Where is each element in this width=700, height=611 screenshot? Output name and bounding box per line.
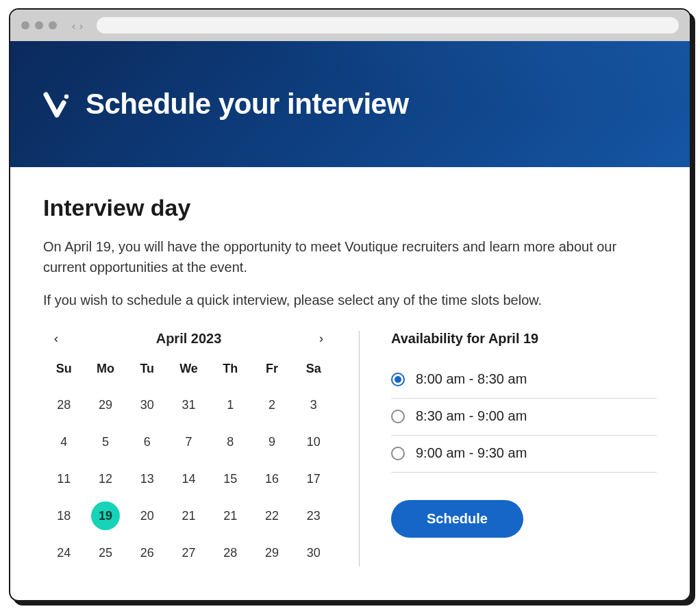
forward-icon[interactable]: › (79, 20, 83, 32)
svg-point-0 (64, 95, 68, 99)
radio-unselected-icon[interactable] (391, 447, 405, 460)
calendar-grid: SuMoTuWeThFrSa28293031123456789101112131… (43, 362, 334, 566)
availability-title: Availability for April 19 (391, 331, 657, 347)
calendar-day[interactable]: 23 (292, 502, 334, 529)
window-dot-close[interactable] (21, 21, 29, 29)
calendar-day[interactable]: 28 (43, 391, 85, 419)
calendar-day[interactable]: 29 (85, 391, 127, 419)
time-slot-option[interactable]: 9:00 am - 9:30 am (391, 436, 657, 473)
calendar-day[interactable]: 29 (251, 539, 293, 566)
calendar-day[interactable]: 3 (292, 391, 334, 419)
calendar-day[interactable]: 4 (43, 428, 85, 456)
intro-paragraph-1: On April 19, you will have the opportuni… (43, 236, 646, 277)
main-content: Interview day On April 19, you will have… (10, 167, 690, 600)
calendar-day[interactable]: 22 (251, 502, 293, 529)
browser-window: ‹ › Schedule your interview Interview da… (9, 8, 691, 601)
browser-chrome: ‹ › (10, 10, 690, 41)
calendar-day[interactable]: 16 (251, 465, 293, 492)
calendar-day[interactable]: 28 (210, 539, 251, 566)
availability-panel: Availability for April 19 8:00 am - 8:30… (364, 331, 657, 566)
time-slot-option[interactable]: 8:00 am - 8:30 am (391, 362, 657, 399)
calendar-day[interactable]: 2 (251, 391, 293, 419)
calendar-day[interactable]: 21 (210, 502, 251, 529)
window-controls (21, 21, 57, 29)
radio-unselected-icon[interactable] (391, 410, 405, 423)
chevron-left-icon[interactable]: ‹ (50, 332, 62, 346)
calendar-day-header: Fr (251, 362, 293, 382)
calendar-day[interactable]: 15 (210, 465, 251, 492)
calendar-day[interactable]: 5 (85, 428, 127, 456)
calendar-day[interactable]: 13 (126, 465, 168, 492)
calendar-day[interactable]: 21 (168, 502, 210, 529)
calendar-day-header: We (168, 362, 210, 382)
calendar-day[interactable]: 8 (210, 428, 251, 456)
calendar-day[interactable]: 11 (43, 465, 85, 492)
calendar-day-header: Tu (126, 362, 168, 382)
calendar-header: ‹ April 2023 › (43, 331, 334, 347)
calendar-day[interactable]: 30 (126, 391, 168, 419)
time-slot-option[interactable]: 8:30 am - 9:00 am (391, 399, 657, 436)
section-heading: Interview day (43, 195, 657, 221)
calendar-day-header: Mo (85, 362, 127, 382)
calendar: ‹ April 2023 › SuMoTuWeThFrSa28293031123… (43, 331, 355, 566)
calendar-day[interactable]: 31 (168, 391, 210, 419)
calendar-day[interactable]: 25 (85, 539, 127, 566)
calendar-day-selected[interactable]: 19 (85, 502, 127, 529)
url-bar[interactable] (97, 17, 679, 34)
intro-paragraph-2: If you wish to schedule a quick intervie… (43, 290, 646, 310)
window-dot-maximize[interactable] (49, 21, 57, 29)
window-dot-minimize[interactable] (35, 21, 43, 29)
slots-list: 8:00 am - 8:30 am8:30 am - 9:00 am9:00 a… (391, 362, 657, 473)
nav-arrows: ‹ › (72, 20, 83, 32)
calendar-day[interactable]: 30 (292, 539, 334, 566)
schedule-button[interactable]: Schedule (391, 500, 523, 538)
calendar-day[interactable]: 1 (210, 391, 251, 419)
vertical-divider (359, 331, 360, 566)
hero-title: Schedule your interview (86, 88, 409, 121)
calendar-day[interactable]: 18 (43, 502, 85, 529)
calendar-day[interactable]: 24 (43, 539, 85, 566)
v-logo-icon (43, 90, 71, 118)
calendar-day[interactable]: 27 (168, 539, 210, 566)
hero-banner: Schedule your interview (10, 41, 690, 167)
calendar-day[interactable]: 26 (126, 539, 168, 566)
time-slot-label: 9:00 am - 9:30 am (416, 445, 527, 461)
calendar-day-header: Sa (292, 362, 334, 382)
calendar-day[interactable]: 17 (292, 465, 334, 492)
calendar-day[interactable]: 14 (168, 465, 210, 492)
radio-selected-icon[interactable] (391, 373, 405, 386)
calendar-day[interactable]: 9 (251, 428, 293, 456)
chevron-right-icon[interactable]: › (315, 332, 327, 346)
calendar-day[interactable]: 20 (126, 502, 168, 529)
calendar-day[interactable]: 7 (168, 428, 210, 456)
back-icon[interactable]: ‹ (72, 20, 75, 32)
calendar-day[interactable]: 10 (292, 428, 334, 456)
scheduler-row: ‹ April 2023 › SuMoTuWeThFrSa28293031123… (43, 331, 657, 566)
calendar-day[interactable]: 12 (85, 465, 127, 492)
calendar-month-label: April 2023 (156, 331, 222, 347)
calendar-day-header: Su (43, 362, 85, 382)
time-slot-label: 8:30 am - 9:00 am (416, 408, 527, 424)
calendar-day[interactable]: 6 (126, 428, 168, 456)
time-slot-label: 8:00 am - 8:30 am (416, 371, 527, 387)
calendar-day-header: Th (210, 362, 251, 382)
